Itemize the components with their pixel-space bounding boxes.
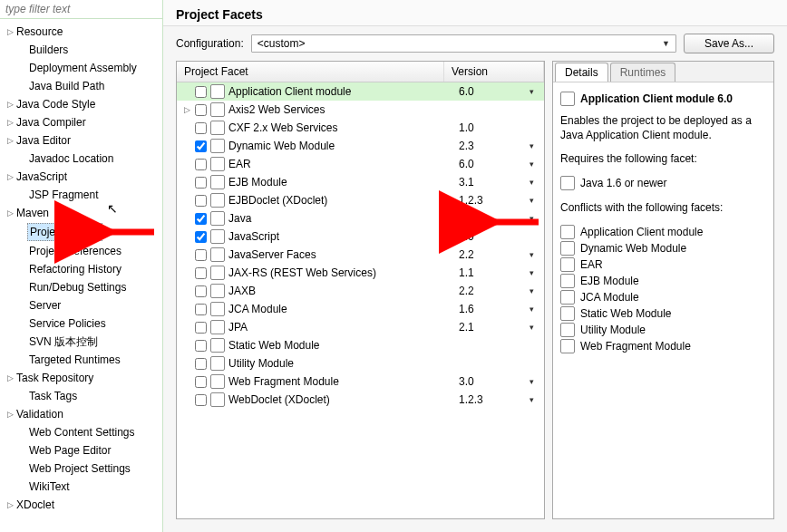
facet-name: Static Web Module — [228, 337, 459, 353]
sidebar-item[interactable]: WikiText — [0, 478, 162, 496]
version-dropdown[interactable]: ▾ — [522, 247, 540, 263]
sidebar-item[interactable]: Javadoc Location — [0, 150, 162, 168]
configuration-select[interactable]: <custom> ▼ — [251, 34, 676, 53]
version-dropdown[interactable]: ▾ — [522, 392, 540, 408]
sidebar-item[interactable]: Web Page Editor — [0, 441, 162, 459]
facet-row[interactable]: JavaScript1.0 — [177, 227, 544, 246]
sidebar-item[interactable]: ▷XDoclet — [0, 496, 162, 514]
version-dropdown[interactable]: ▾ — [522, 210, 540, 227]
facet-checkbox[interactable] — [195, 267, 207, 279]
version-dropdown[interactable]: ▾ — [522, 265, 540, 281]
sidebar-item[interactable]: Deployment Assembly — [0, 59, 162, 77]
sidebar-item[interactable]: Web Content Settings — [0, 423, 162, 441]
facet-checkbox[interactable] — [195, 249, 207, 261]
facet-row[interactable]: CXF 2.x Web Services1.0 — [177, 119, 544, 137]
sidebar-item[interactable]: ▷Validation — [0, 405, 162, 423]
facet-icon — [210, 247, 225, 262]
facet-row[interactable]: Static Web Module — [177, 336, 544, 354]
sidebar-item[interactable]: Server — [0, 296, 162, 314]
version-dropdown[interactable]: ▾ — [522, 174, 540, 190]
facet-checkbox[interactable] — [195, 394, 207, 406]
facet-checkbox[interactable] — [195, 140, 207, 152]
version-dropdown[interactable]: ▾ — [522, 283, 540, 299]
facet-version: 1.0 — [459, 120, 522, 136]
sidebar: ▷ResourceBuildersDeployment AssemblyJava… — [0, 0, 163, 532]
version-dropdown[interactable]: ▾ — [522, 192, 540, 208]
facet-icon — [560, 339, 575, 353]
version-dropdown[interactable]: ▾ — [522, 156, 540, 172]
sidebar-item[interactable]: JSP Fragment — [0, 186, 162, 204]
sidebar-item[interactable]: Service Policies — [0, 314, 162, 333]
version-dropdown[interactable]: ▾ — [522, 373, 540, 390]
sidebar-item-label: Java Compiler — [15, 114, 86, 131]
facet-checkbox[interactable] — [195, 122, 207, 134]
sidebar-item[interactable]: ▷Resource — [0, 23, 162, 41]
sidebar-item[interactable]: ▷Task Repository — [0, 369, 162, 387]
facet-row[interactable]: Web Fragment Module3.0▾ — [177, 372, 544, 391]
version-dropdown[interactable]: ▾ — [522, 83, 540, 100]
facet-row[interactable]: WebDoclet (XDoclet)1.2.3▾ — [177, 391, 544, 409]
sidebar-item[interactable]: Project References — [0, 242, 162, 260]
facet-checkbox[interactable] — [195, 340, 207, 352]
sidebar-item[interactable]: Task Tags — [0, 387, 162, 405]
facet-li-label: Dynamic Web Module — [580, 242, 686, 255]
facet-icon — [210, 338, 225, 353]
category-tree: ▷ResourceBuildersDeployment AssemblyJava… — [0, 19, 162, 517]
facet-checkbox[interactable] — [195, 322, 207, 334]
facet-row[interactable]: JAXB2.2▾ — [177, 282, 544, 300]
facet-name: JAX-RS (REST Web Services) — [228, 265, 459, 281]
facet-checkbox[interactable] — [195, 231, 207, 243]
facet-row[interactable]: JCA Module1.6▾ — [177, 300, 544, 318]
col-version[interactable]: Version — [444, 62, 544, 82]
tab-runtimes[interactable]: Runtimes — [610, 63, 676, 82]
col-facet[interactable]: Project Facet — [177, 62, 444, 82]
sidebar-item[interactable]: ▷Java Compiler — [0, 113, 162, 131]
sidebar-item[interactable]: Run/Debug Settings — [0, 278, 162, 296]
expand-icon: ▷ — [5, 24, 15, 40]
sidebar-item[interactable]: Web Project Settings — [0, 459, 162, 478]
sidebar-item[interactable]: ▷Java Editor — [0, 131, 162, 150]
facet-row[interactable]: ▷Axis2 Web Services — [177, 101, 544, 119]
facet-row[interactable]: EAR6.0▾ — [177, 155, 544, 173]
facet-checkbox[interactable] — [195, 358, 207, 370]
sidebar-item[interactable]: SVN 版本控制 — [0, 333, 162, 351]
facet-row[interactable]: Dynamic Web Module2.3▾ — [177, 137, 544, 155]
sidebar-item[interactable]: Project Facets — [0, 222, 162, 242]
facet-version: 1.2.3 — [459, 192, 522, 208]
sidebar-item[interactable]: Targeted Runtimes — [0, 351, 162, 369]
version-dropdown[interactable]: ▾ — [522, 319, 540, 335]
facet-checkbox[interactable] — [195, 195, 207, 207]
facet-checkbox[interactable] — [195, 159, 207, 170]
version-dropdown[interactable]: ▾ — [522, 138, 540, 154]
facet-checkbox[interactable] — [195, 285, 207, 297]
sidebar-item[interactable]: Builders — [0, 41, 162, 59]
sidebar-item[interactable]: Java Build Path — [0, 77, 162, 95]
facet-row[interactable]: Application Client module6.0▾ — [177, 82, 544, 101]
filter-input[interactable] — [0, 0, 162, 19]
facet-row[interactable]: JavaServer Faces2.2▾ — [177, 246, 544, 264]
facet-li: EJB Module — [560, 273, 766, 289]
version-dropdown[interactable]: ▾ — [522, 301, 540, 317]
facet-row[interactable]: JPA2.1▾ — [177, 318, 544, 336]
facet-checkbox[interactable] — [195, 177, 207, 189]
sidebar-item-label: Project Facets — [27, 223, 102, 241]
sidebar-item[interactable]: ▷Maven — [0, 204, 162, 222]
facet-icon — [210, 175, 225, 189]
facet-icon — [210, 374, 225, 389]
facet-checkbox[interactable] — [195, 213, 207, 225]
facet-row[interactable]: EJBDoclet (XDoclet)1.2.3▾ — [177, 191, 544, 209]
facet-checkbox[interactable] — [195, 104, 207, 116]
tab-details[interactable]: Details — [555, 63, 608, 82]
facet-row[interactable]: EJB Module3.1▾ — [177, 173, 544, 191]
facet-row[interactable]: JAX-RS (REST Web Services)1.1▾ — [177, 264, 544, 282]
sidebar-item-label: Task Tags — [27, 388, 77, 404]
save-as-button[interactable]: Save As... — [684, 34, 774, 53]
facet-checkbox[interactable] — [195, 86, 207, 98]
sidebar-item[interactable]: ▷Java Code Style — [0, 95, 162, 113]
sidebar-item[interactable]: Refactoring History — [0, 260, 162, 278]
facet-checkbox[interactable] — [195, 376, 207, 388]
facet-row[interactable]: Java1.7▾ — [177, 209, 544, 227]
sidebar-item[interactable]: ▷JavaScript — [0, 168, 162, 186]
facet-row[interactable]: Utility Module — [177, 354, 544, 372]
facet-checkbox[interactable] — [195, 304, 207, 315]
